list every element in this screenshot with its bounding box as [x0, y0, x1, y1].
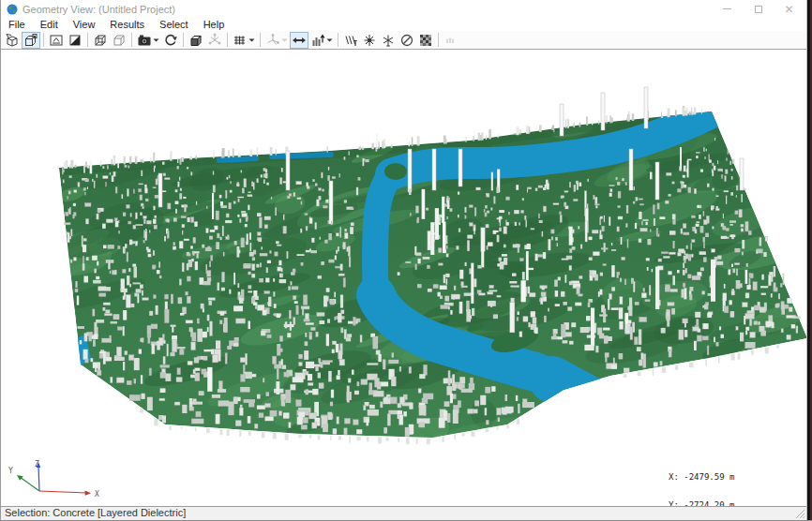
menu-results[interactable]: Results — [102, 18, 152, 31]
image-capture-button[interactable] — [47, 32, 66, 49]
move-axes-button[interactable] — [263, 32, 290, 49]
camera-view-icon — [137, 33, 152, 48]
solid-cube-button[interactable] — [187, 32, 205, 49]
selection-status: Selection: Concrete [Layered Dielectric] — [5, 507, 186, 518]
menu-bar: File Edit View Results Select Help — [1, 18, 812, 31]
camera-view-button[interactable] — [135, 32, 161, 49]
shaded-render-button[interactable] — [66, 32, 84, 49]
maximize-button[interactable] — [743, 0, 774, 18]
pan-icon — [292, 33, 307, 48]
terrain-texture-icon — [418, 33, 433, 48]
terrain-texture-button[interactable] — [416, 32, 435, 49]
toolbar-separator — [183, 33, 184, 47]
toolbar-separator — [87, 33, 88, 47]
open-box-button[interactable] — [3, 32, 22, 49]
measure-button[interactable] — [442, 32, 460, 49]
maximize-icon — [755, 6, 762, 13]
solid-cube-icon — [188, 33, 203, 48]
3d-scene[interactable] — [1, 50, 807, 506]
measure-icon — [444, 33, 459, 48]
status-bar: Selection: Concrete [Layered Dielectric] — [1, 506, 812, 520]
globe-icon — [7, 4, 18, 15]
rotate-view-button[interactable] — [161, 32, 180, 49]
title-bar: Geometry View: (Untitled Project) ✕ — [1, 0, 812, 18]
toolbar-separator — [438, 33, 439, 47]
axis-y-label: Y — [8, 467, 13, 475]
toolbar-separator — [260, 33, 261, 47]
window-title: Geometry View: (Untitled Project) — [23, 4, 175, 15]
raise-building-icon — [310, 33, 325, 48]
menu-help[interactable]: Help — [196, 18, 233, 31]
transmitter-waveform-button[interactable] — [341, 32, 360, 49]
toolbar-separator — [338, 33, 338, 47]
image-capture-icon — [49, 33, 64, 48]
resize-grip[interactable] — [795, 509, 805, 519]
dropdown-arrow-icon — [153, 38, 159, 42]
disable-selection-button[interactable] — [398, 32, 416, 49]
wireframe-cube-button[interactable] — [91, 32, 110, 49]
window-right-edge — [806, 0, 812, 520]
transmitter-antenna-button[interactable] — [360, 32, 379, 49]
menu-select[interactable]: Select — [152, 18, 196, 31]
transmitter-antenna-icon — [362, 33, 377, 48]
toolbar-separator — [131, 33, 132, 47]
toolbar-separator — [227, 33, 228, 47]
shaded-render-icon — [68, 33, 83, 48]
menu-view[interactable]: View — [66, 18, 103, 31]
axis-x-label: X — [95, 490, 99, 499]
receiver-antenna-button[interactable] — [379, 32, 398, 49]
menu-edit[interactable]: Edit — [33, 18, 66, 31]
close-icon: ✕ — [784, 4, 793, 15]
axes-widget: Z X Y — [7, 459, 110, 504]
grid-icon — [233, 33, 248, 48]
axis-z-label: Z — [35, 460, 39, 469]
rotate-view-icon — [163, 33, 178, 48]
hidden-line-cube-button[interactable] — [110, 32, 128, 49]
disable-selection-icon — [399, 33, 414, 48]
window-controls: ✕ — [712, 0, 804, 18]
hidden-line-cube-icon — [112, 33, 127, 48]
transmitter-waveform-icon — [343, 33, 358, 48]
open-box-icon — [5, 33, 20, 48]
menu-file[interactable]: File — [1, 18, 33, 31]
dropdown-arrow-icon — [326, 38, 333, 42]
geometry-viewport[interactable]: Z X Y X: -2479.59 m Y: -2724.20 m Z: 251… — [1, 50, 807, 506]
dropdown-arrow-icon — [248, 38, 255, 42]
cursor-coordinates: X: -2479.59 m Y: -2724.20 m Z: 251.47 m — [669, 454, 734, 506]
wireframe-cube-icon — [93, 33, 108, 48]
close-button[interactable]: ✕ — [774, 0, 804, 18]
stacked-cubes-icon — [23, 33, 38, 48]
stacked-cubes-button[interactable] — [22, 32, 40, 49]
toolbar — [1, 31, 812, 50]
grid-button[interactable] — [231, 32, 257, 49]
geometry-view-window: Geometry View: (Untitled Project) ✕ File… — [0, 0, 812, 521]
receiver-antenna-icon — [381, 33, 396, 48]
coord-x: X: -2479.59 m — [669, 472, 734, 482]
walk-through-button[interactable] — [205, 32, 224, 49]
dropdown-arrow-icon — [281, 38, 288, 42]
move-axes-icon — [265, 33, 280, 48]
raise-building-button[interactable] — [308, 32, 335, 49]
minimize-button[interactable] — [712, 0, 743, 18]
minimize-icon — [723, 8, 731, 9]
toolbar-separator — [43, 33, 44, 47]
walk-through-icon — [207, 33, 222, 48]
pan-button[interactable] — [290, 32, 308, 49]
